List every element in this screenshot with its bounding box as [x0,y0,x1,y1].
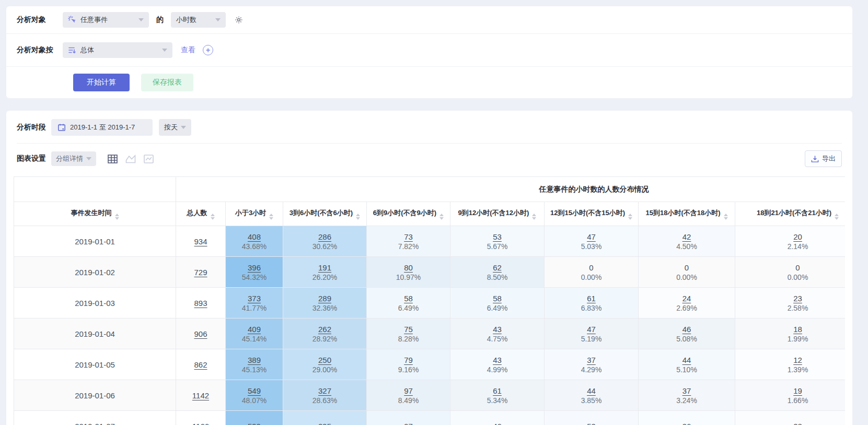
granularity-select[interactable]: 按天 [159,119,191,136]
chart-settings-row: 图表设置 分组详情 导出 [17,144,842,172]
cell-value[interactable]: 61 [587,294,596,303]
column-header-1[interactable]: 总人数 [176,202,226,226]
cell-value[interactable]: 262 [318,325,331,334]
sort-icon[interactable] [356,214,360,220]
cell-value[interactable]: 24 [682,294,691,303]
cursor-click-icon [68,16,76,24]
start-calculation-button[interactable]: 开始计算 [73,74,130,91]
cell-value[interactable]: 44 [587,386,596,395]
table-view-icon[interactable] [108,155,118,163]
cell-value[interactable]: 43 [493,325,502,334]
cell-value[interactable]: 75 [404,325,413,334]
group-select[interactable]: 总体 [63,42,172,58]
measure-select[interactable]: 小时数 [171,12,226,28]
display-mode-value: 分组详情 [56,154,83,163]
sort-icon[interactable] [115,214,119,220]
cell-value[interactable]: 37 [587,356,596,364]
value-cell: 181.99% [735,318,846,349]
cell-value[interactable]: 409 [248,325,261,334]
chevron-down-icon [215,18,221,21]
cell-value[interactable]: 191 [318,263,331,272]
column-header-8[interactable]: 18到21小时(不含21小时) [735,202,846,226]
value-cell: 475.03% [545,226,639,257]
total-value-link[interactable]: 934 [194,237,207,246]
cell-value[interactable]: 20 [793,232,802,241]
column-header-4[interactable]: 6到9小时(不含9小时) [367,202,450,226]
list-icon [68,46,76,54]
sort-icon[interactable] [628,214,632,220]
column-header-3[interactable]: 3到6小时(不含6小时) [283,202,367,226]
cell-percent: 5.19% [545,335,638,343]
cell-value[interactable]: 408 [248,232,261,241]
value-cell: 465.08% [639,318,735,349]
display-mode-select[interactable]: 分组详情 [51,151,96,166]
cell-value[interactable]: 289 [318,294,331,303]
cell-value[interactable]: 44 [682,356,691,364]
cell-value[interactable]: 373 [248,294,261,303]
cell-value[interactable]: 37 [682,386,691,395]
cell-value[interactable]: 42 [682,232,691,241]
cell-value[interactable]: 286 [318,232,331,241]
event-select[interactable]: 任意事件 [63,12,149,28]
cell-value[interactable]: 97 [404,386,413,395]
cell-value[interactable]: 53 [493,232,502,241]
query-panel: 分析对象 任意事件 的 小时数 分析对象按 总体 [6,6,852,98]
export-button[interactable]: 导出 [805,150,842,167]
table-row: 2019-01-0711665992959746533628 [14,411,846,425]
cell-value[interactable]: 12 [793,356,802,364]
cell-percent: 8.49% [367,396,450,405]
plus-circle-icon[interactable]: + [203,45,213,55]
sort-icon[interactable] [724,214,728,220]
cell-value[interactable]: 80 [404,263,413,272]
total-value-link[interactable]: 729 [194,268,207,277]
cell-percent: 3.85% [545,396,638,405]
column-header-7[interactable]: 15到18小时(不含18小时) [639,202,735,226]
sort-icon[interactable] [269,214,273,220]
cell-value[interactable]: 549 [248,386,261,395]
cell-value[interactable]: 58 [493,294,502,303]
cell-value[interactable]: 47 [587,325,596,334]
cell-value[interactable]: 47 [587,232,596,241]
total-value-link[interactable]: 1142 [192,391,209,400]
column-header-5[interactable]: 9到12小时(不含12小时) [450,202,545,226]
sort-icon[interactable] [835,214,839,220]
cell-value[interactable]: 61 [493,386,502,395]
column-header-6[interactable]: 12到15小时(不含15小时) [545,202,639,226]
total-value-link[interactable]: 1166 [192,422,209,425]
date-range-picker[interactable]: 2019-1-1 至 2019-1-7 [51,119,153,136]
cell-value[interactable]: 73 [404,232,413,241]
total-value-link[interactable]: 906 [194,329,207,338]
column-header-2[interactable]: 小于3小时 [226,202,283,226]
save-report-button[interactable]: 保存报表 [141,74,193,91]
line-chart-icon[interactable] [125,155,136,163]
sort-icon[interactable] [211,214,215,220]
cell-value[interactable]: 23 [793,294,802,303]
value-cell: 53 [545,411,639,425]
gear-icon[interactable] [234,15,244,25]
column-header-0[interactable]: 事件发生时间 [14,202,176,226]
box-chart-icon[interactable] [144,155,154,163]
cell-value[interactable]: 62 [493,263,502,272]
cell-value[interactable]: 19 [793,386,802,395]
sort-icon[interactable] [532,214,536,220]
cell-value[interactable]: 79 [404,356,413,364]
value-cell: 39654.32% [226,257,283,288]
total-value-link[interactable]: 893 [194,299,207,308]
cell-value[interactable]: 327 [318,386,331,395]
chevron-down-icon [86,157,91,160]
view-link[interactable]: 查看 [181,45,195,55]
cell-value[interactable]: 43 [493,356,502,364]
analysis-object-label: 分析对象 [17,15,63,25]
cell-value[interactable]: 389 [248,356,261,364]
sort-icon[interactable] [439,214,444,220]
cell-value[interactable]: 58 [404,294,413,303]
value-cell: 737.82% [367,226,450,257]
total-cell: 893 [176,288,226,318]
total-value-link[interactable]: 862 [194,360,207,369]
value-cell: 586.49% [450,288,545,318]
cell-value[interactable]: 46 [682,325,691,334]
cell-percent: 48.07% [226,396,283,405]
cell-value[interactable]: 18 [793,325,802,334]
cell-value[interactable]: 396 [248,263,261,272]
cell-value[interactable]: 250 [318,356,331,364]
